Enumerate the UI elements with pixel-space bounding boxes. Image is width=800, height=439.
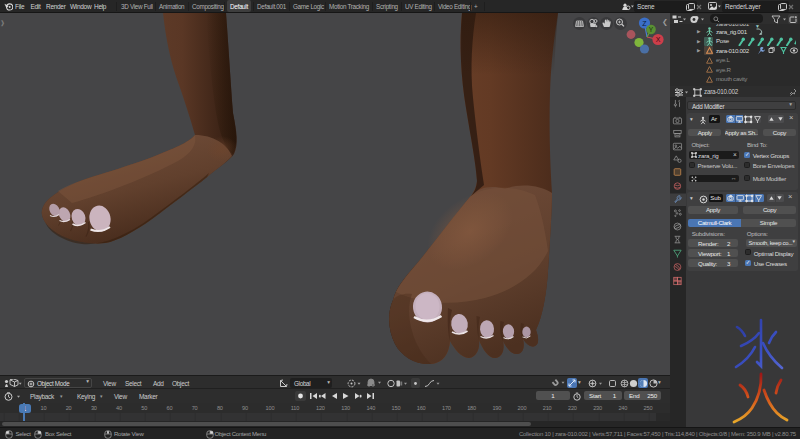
svg-text:X: X bbox=[656, 36, 661, 43]
svg-text:Y: Y bbox=[649, 26, 654, 33]
svg-text:Z: Z bbox=[642, 20, 647, 27]
